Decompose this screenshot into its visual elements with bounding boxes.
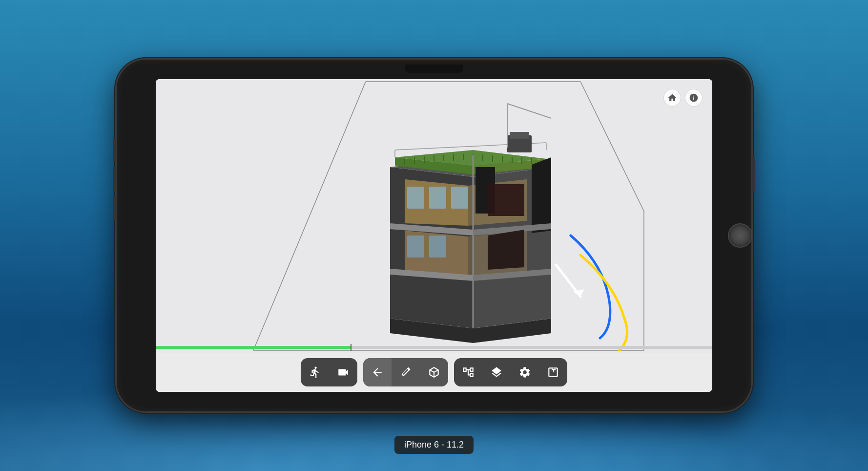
- home-icon: [667, 93, 677, 103]
- cube-icon: [428, 366, 440, 379]
- svg-line-2: [580, 82, 644, 211]
- viewport-area[interactable]: [156, 79, 712, 353]
- person-icon: [309, 366, 321, 379]
- svg-line-56: [507, 104, 551, 118]
- svg-marker-44: [532, 157, 551, 233]
- person-walk-button[interactable]: [301, 358, 329, 386]
- top-right-controls: [663, 89, 703, 107]
- silent-switch[interactable]: [113, 196, 116, 221]
- cube-button[interactable]: [420, 358, 448, 386]
- toolbar: [156, 353, 712, 392]
- hierarchy-icon: [462, 366, 475, 379]
- camera-button[interactable]: [329, 358, 357, 386]
- iphone-frame: [117, 60, 751, 411]
- measure-button[interactable]: [392, 358, 420, 386]
- camera-icon: [337, 366, 350, 379]
- info-button[interactable]: [685, 89, 703, 107]
- device-label: iPhone 6 - 11.2: [394, 436, 474, 454]
- svg-rect-52: [488, 184, 524, 216]
- info-icon: [689, 93, 699, 103]
- svg-rect-46: [510, 132, 529, 139]
- 3d-scene-svg: [156, 79, 712, 353]
- progress-bar-fill: [156, 346, 351, 349]
- iphone-notch: [405, 64, 463, 73]
- volume-down-button[interactable]: [113, 167, 116, 192]
- export-icon: [547, 366, 559, 379]
- gear-icon: [518, 366, 531, 379]
- ruler-icon: [399, 366, 412, 379]
- volume-up-button[interactable]: [113, 138, 116, 162]
- iphone-screen: [156, 79, 712, 392]
- power-button[interactable]: [752, 157, 755, 192]
- settings-button[interactable]: [511, 358, 539, 386]
- svg-rect-37: [407, 187, 424, 209]
- home-button[interactable]: [728, 223, 752, 248]
- back-undo-button[interactable]: [363, 358, 392, 386]
- layers-icon: [490, 366, 503, 379]
- layers-button[interactable]: [482, 358, 511, 386]
- app-content: [156, 79, 712, 392]
- settings-tool-group: [454, 358, 567, 386]
- progress-marker: [351, 344, 351, 351]
- svg-line-1: [253, 82, 366, 350]
- nav-tool-group: [301, 358, 357, 386]
- svg-rect-39: [451, 187, 468, 209]
- undo-icon: [371, 366, 384, 379]
- svg-rect-38: [429, 187, 446, 209]
- active-tool-group: [363, 358, 448, 386]
- svg-rect-40: [407, 236, 424, 257]
- svg-rect-41: [429, 236, 446, 257]
- svg-marker-53: [488, 230, 524, 270]
- hierarchy-button[interactable]: [454, 358, 482, 386]
- export-button[interactable]: [539, 358, 567, 386]
- progress-bar: [156, 346, 712, 349]
- home-nav-button[interactable]: [663, 89, 681, 107]
